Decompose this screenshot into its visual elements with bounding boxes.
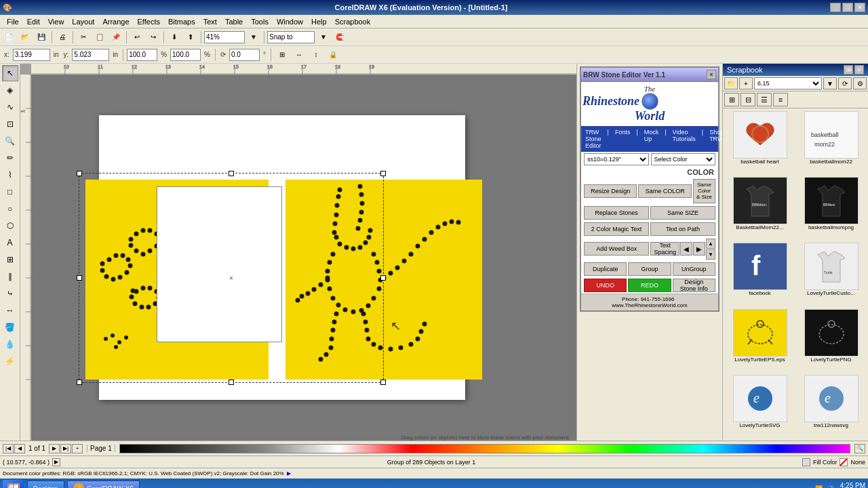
scrapbook-item-basketballmom22-eps[interactable]: BBMom BasketballMom22... [726,177,794,240]
snap-indicator[interactable]: ▶ [52,458,60,466]
scrapbook-item-facebook[interactable]: f facebook [726,243,794,306]
menu-effects[interactable]: Effects [134,16,164,27]
menu-view[interactable]: View [44,16,68,27]
menu-edit[interactable]: Edit [23,16,44,27]
flip-h-btn[interactable]: ↔ [292,47,307,62]
handle-tr[interactable] [380,171,386,176]
text-on-path-button[interactable]: Text on Path [650,222,715,236]
scrapbook-options-button[interactable]: ⚙ [853,77,867,89]
handle-bm[interactable] [229,380,234,385]
design-stone-info-button[interactable]: Design Stone Info [673,279,715,292]
add-weed-box-button[interactable]: Add Weed Box [584,242,649,256]
width-input[interactable] [127,49,157,61]
maximize-button[interactable]: □ [842,3,853,12]
snap-input[interactable] [267,31,315,43]
angle-input[interactable] [229,49,260,61]
interactive-tool[interactable]: ⚡ [2,353,18,369]
taskbar-desktop-button[interactable]: Desktop [27,481,64,488]
2color-magic-button[interactable]: 2 Color Magic Text [584,222,649,236]
scrapbook-expand-button[interactable]: ≫ [844,65,853,75]
crop-tool[interactable]: ⊡ [2,116,18,132]
scrapbook-item-lovelyturtlepng[interactable]: LovelyTurtlePNG [797,309,865,372]
connector-tool[interactable]: ⤷ [2,285,18,302]
resize-design-button[interactable]: Resize Design [584,184,637,198]
handle-bl[interactable] [77,380,82,385]
view-medium-button[interactable]: ⊟ [741,93,755,106]
canvas-area[interactable]: 10 11 12 13 14 15 16 17 18 19 1 [20,64,576,441]
spacing-down-button[interactable]: ▼ [706,249,715,260]
menu-window[interactable]: Window [273,16,307,27]
zoom-input[interactable] [204,31,245,43]
same-color-size-button[interactable]: SameColor& Size [693,179,715,203]
nav-mockup[interactable]: Mock Up [642,127,662,150]
spacing-up-button[interactable]: ▲ [706,239,715,249]
handle-tl[interactable] [77,171,82,176]
ellipse-tool[interactable]: ○ [2,201,18,217]
scrapbook-item-basketballmom22[interactable]: basketball mom22 basketballmom22 [797,111,865,174]
page-next-button[interactable]: ▶ [49,444,60,453]
parallel-tool[interactable]: ∥ [2,268,18,285]
select-tool[interactable]: ↖ [2,65,18,81]
ungroup-button[interactable]: UnGroup [673,262,715,276]
page-add-button[interactable]: + [72,444,83,453]
copy-button[interactable]: 📋 [92,30,107,45]
export-button[interactable]: ⬆ [183,30,198,45]
redo-button[interactable]: ↪ [146,30,161,45]
new-button[interactable]: 📄 [1,30,16,45]
scrapbook-item-lovelyturtleeps[interactable]: LovelyTurtleEPS.eps [726,309,794,372]
zoom-tool[interactable]: 🔍 [2,133,18,149]
menu-arrange[interactable]: Arrange [98,16,133,27]
menu-tools[interactable]: Tools [247,16,273,27]
menu-text[interactable]: Text [199,16,221,27]
rect-tool[interactable]: □ [2,184,18,200]
handle-tm[interactable] [229,171,234,176]
menu-help[interactable]: Help [307,16,331,27]
open-button[interactable]: 📂 [18,30,33,45]
stone-size-select[interactable]: ss10=0.129" [584,153,649,165]
duplicate-button[interactable]: Duplicate [584,262,627,276]
undo-button[interactable]: UNDO [584,279,627,292]
save-button[interactable]: 💾 [34,30,49,45]
flip-v-btn[interactable]: ↕ [309,47,323,62]
view-list-button[interactable]: ≡ [773,93,788,106]
same-color-button[interactable]: Same COLOR [638,184,691,198]
menu-table[interactable]: Table [221,16,247,27]
nav-trw[interactable]: TRW Stone Editor [583,127,604,150]
handle-mr[interactable] [380,275,386,281]
handle-br[interactable] [380,380,386,385]
measure-tool[interactable]: ↔ [2,302,18,319]
cut-button[interactable]: ✂ [76,30,91,45]
menu-layout[interactable]: Layout [68,16,98,27]
paste-button[interactable]: 📌 [108,30,123,45]
smear-tool[interactable]: ∿ [2,99,18,115]
scrapbook-item-basketballmompng[interactable]: BBMom basketballmompng [797,177,865,240]
scrapbook-item-basketball-heart[interactable]: basketball heart [726,111,794,174]
color-select[interactable]: Select Color [651,153,716,165]
minimize-button[interactable]: _ [830,3,841,12]
scrapbook-add-button[interactable]: + [739,77,753,89]
lock-aspect-btn[interactable]: 🔒 [326,47,340,62]
scrapbook-refresh-button[interactable]: ⟳ [838,77,852,89]
undo-button[interactable]: ↩ [130,30,144,45]
scrapbook-folder-dropdown[interactable]: ▼ [823,77,837,89]
shape-tool[interactable]: ◈ [2,82,18,98]
scrapbook-item-lovelyturtlesvg[interactable]: e LovelyTurtleSVG [726,375,794,438]
redo-button[interactable]: REDO [628,279,671,292]
scrapbook-folder-button[interactable]: 📁 [724,77,738,89]
snap-dropdown[interactable]: ▼ [316,30,331,45]
canvas-background[interactable]: × ↖ [31,75,576,441]
scrapbook-close-button[interactable]: × [854,65,864,75]
import-button[interactable]: ⬇ [167,30,182,45]
same-size-button[interactable]: Same SIZE [650,206,715,220]
scrapbook-item-lovelyturtlecusto[interactable]: Turtle LovelyTurtleCusto... [797,243,865,306]
menu-bitmaps[interactable]: Bitmaps [164,16,199,27]
eyedropper-tool[interactable]: 💧 [2,336,18,352]
page-first-button[interactable]: |◀ [3,444,14,453]
page-last-button[interactable]: ▶| [60,444,71,453]
start-button[interactable]: 🪟 [3,480,24,488]
zoom-dropdown[interactable]: ▼ [246,30,261,45]
text-tool[interactable]: A [2,235,18,251]
fill-tool[interactable]: 🪣 [2,319,18,336]
snap-toggle[interactable]: 🧲 [332,30,347,45]
color-bar[interactable] [119,444,850,453]
